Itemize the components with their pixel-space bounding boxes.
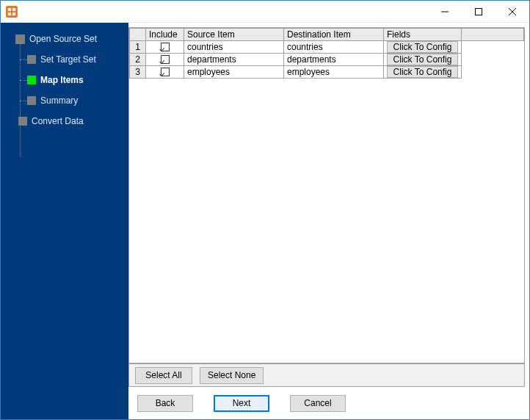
back-button[interactable]: Back (137, 395, 193, 412)
next-button[interactable]: Next (214, 395, 269, 412)
checkbox-icon[interactable] (161, 55, 170, 64)
sidebar-item-label: Set Target Set (40, 54, 96, 65)
close-button[interactable] (495, 1, 529, 23)
svg-rect-1 (476, 8, 482, 15)
fields-config-button[interactable]: Click To Config (387, 66, 458, 78)
main-panel: Include Source Item Destination Item Fie… (128, 23, 529, 419)
body: Open Source Set Set Target Set Map Items… (1, 23, 529, 419)
cancel-button[interactable]: Cancel (290, 395, 346, 412)
source-cell[interactable]: employees (184, 66, 284, 79)
col-destination-item[interactable]: Destination Item (284, 29, 384, 41)
grid-corner (130, 29, 146, 41)
fields-config-button[interactable]: Click To Config (387, 41, 458, 53)
step-marker-icon (15, 35, 25, 44)
table-row[interactable]: 1 countries countries Click To Config (130, 41, 524, 54)
minimize-button[interactable] (428, 1, 462, 23)
sidebar-item-open-source-set[interactable]: Open Source Set (1, 29, 128, 49)
destination-cell[interactable]: countries (284, 41, 384, 54)
step-marker-icon (18, 117, 27, 126)
sidebar-item-set-target-set[interactable]: Set Target Set (1, 49, 128, 70)
sidebar-item-map-items[interactable]: Map Items (1, 70, 128, 90)
col-fields[interactable]: Fields (384, 29, 462, 41)
fields-config-button[interactable]: Click To Config (387, 54, 458, 65)
maximize-button[interactable] (462, 1, 495, 23)
row-number: 3 (130, 66, 146, 79)
checkbox-icon[interactable] (161, 43, 170, 51)
step-marker-icon (27, 96, 36, 105)
step-marker-icon (27, 55, 36, 64)
sidebar-item-label: Map Items (40, 75, 84, 85)
destination-cell[interactable]: departments (284, 54, 384, 66)
step-marker-icon (27, 76, 36, 84)
row-number: 1 (130, 41, 146, 54)
include-cell[interactable] (146, 66, 184, 79)
table-row[interactable]: 2 departments departments Click To Confi… (130, 54, 524, 66)
sidebar-item-summary[interactable]: Summary (1, 90, 128, 111)
table-row[interactable]: 3 employees employees Click To Config (130, 66, 524, 79)
select-none-button[interactable]: Select None (200, 367, 264, 384)
selection-toolbar: Select All Select None (128, 363, 525, 387)
items-grid-wrap: Include Source Item Destination Item Fie… (128, 27, 525, 363)
col-include[interactable]: Include (146, 29, 184, 41)
destination-cell[interactable]: employees (284, 66, 384, 79)
checkbox-icon[interactable] (161, 68, 170, 76)
include-cell[interactable] (146, 54, 184, 66)
source-cell[interactable]: departments (184, 54, 284, 66)
include-cell[interactable] (146, 41, 184, 54)
sidebar-item-label: Open Source Set (29, 34, 97, 44)
row-number: 2 (130, 54, 146, 66)
select-all-button[interactable]: Select All (135, 367, 192, 384)
wizard-sidebar: Open Source Set Set Target Set Map Items… (1, 23, 128, 419)
grid-header-row: Include Source Item Destination Item Fie… (130, 29, 524, 41)
app-icon (6, 6, 18, 18)
col-empty (462, 29, 524, 41)
wizard-nav: Back Next Cancel (128, 387, 529, 419)
items-grid: Include Source Item Destination Item Fie… (129, 28, 524, 79)
source-cell[interactable]: countries (184, 41, 284, 54)
sidebar-item-convert-data[interactable]: Convert Data (1, 111, 128, 131)
col-source-item[interactable]: Source Item (184, 29, 284, 41)
titlebar (1, 1, 529, 23)
sidebar-item-label: Summary (40, 95, 78, 106)
app-window: Open Source Set Set Target Set Map Items… (0, 0, 530, 420)
sidebar-item-label: Convert Data (32, 116, 84, 126)
